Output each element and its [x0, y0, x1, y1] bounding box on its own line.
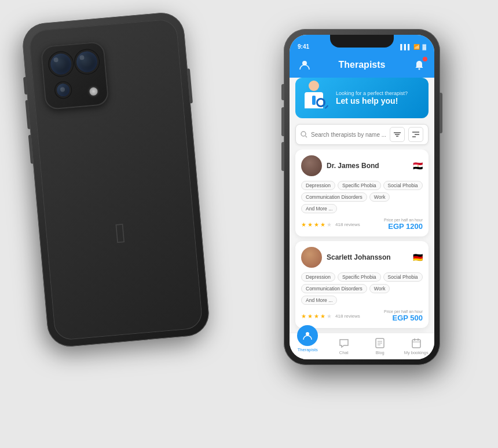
card-footer: ★ ★ ★ ★ ★ 418 reviews Price per half an …	[301, 218, 423, 231]
flash-dot-icon	[89, 87, 98, 96]
price-value: EGP 500	[384, 314, 423, 322]
therapist-flag: 🇪🇬	[412, 162, 423, 170]
svg-point-1	[418, 68, 420, 70]
star-icon: ★	[301, 313, 306, 319]
sort-button[interactable]	[408, 127, 423, 142]
star-half-icon: ★	[327, 313, 332, 319]
therapists-icon	[303, 331, 312, 340]
phone-screen: 9:41 ▌▌▌ 📶 ▓ Therapists	[290, 35, 434, 359]
price-value: EGP 1200	[384, 222, 423, 231]
tag-item: Depression	[301, 272, 335, 282]
banner[interactable]: Looking for a perfect therapist? Let us …	[295, 78, 429, 118]
tag-item: And More ...	[301, 296, 337, 305]
camera-lens-tele	[72, 48, 101, 76]
avatar	[301, 247, 322, 268]
star-icon: ★	[301, 221, 306, 228]
phone-front-volume-up-button	[281, 107, 284, 136]
phone-back: 	[21, 11, 211, 348]
notch	[330, 35, 394, 48]
tag-item: Work	[369, 192, 390, 202]
lens-circle-tele	[75, 50, 98, 73]
star-half-icon: ★	[327, 221, 332, 228]
doctor-head-icon	[309, 81, 319, 91]
lens-circle-ultra	[56, 83, 70, 97]
reviews-count: 418 reviews	[335, 314, 360, 319]
doctor-illustration	[302, 81, 325, 110]
therapist-tags: Depression Specific Phobia Social Phobia…	[301, 272, 423, 305]
reviews-count: 418 reviews	[335, 222, 360, 227]
svg-point-2	[301, 132, 306, 136]
search-bar[interactable]	[295, 124, 429, 145]
phone-back-power-button	[187, 68, 193, 103]
status-icons: ▌▌▌ 📶 ▓	[400, 44, 426, 50]
camera-lens-ultra	[49, 75, 77, 104]
nav-label-therapists: Therapists	[298, 347, 318, 352]
nav-label-blog: Blog	[376, 350, 385, 355]
tag-item: Social Phobia	[383, 272, 423, 282]
bell-icon[interactable]	[412, 58, 426, 72]
price-block: Price per half an hour EGP 500	[384, 309, 423, 322]
star-icon: ★	[314, 221, 319, 228]
battery-icon: ▓	[422, 44, 426, 50]
svg-point-10	[306, 332, 309, 336]
phone-front: 9:41 ▌▌▌ 📶 ▓ Therapists	[284, 29, 440, 365]
therapist-card[interactable]: Dr. James Bond 🇪🇬 Depression Specific Ph…	[295, 150, 429, 236]
nav-item-blog[interactable]: Blog	[362, 337, 398, 355]
phone-back-volume-down-button	[28, 134, 34, 163]
banner-line2: Let us help you!	[336, 96, 422, 105]
star-icon: ★	[314, 313, 319, 319]
bookings-icon	[409, 337, 423, 349]
star-icon: ★	[307, 313, 313, 319]
rating-stars: ★ ★ ★ ★ ★ 418 reviews	[301, 313, 360, 319]
tag-item: Communication Disorders	[301, 192, 367, 202]
svg-rect-15	[412, 340, 420, 348]
search-icon	[301, 131, 307, 138]
notification-badge	[423, 57, 427, 61]
tag-item: Communication Disorders	[301, 284, 367, 293]
search-input[interactable]	[311, 132, 386, 138]
tag-item: Work	[369, 284, 390, 293]
therapists-list: Dr. James Bond 🇪🇬 Depression Specific Ph…	[290, 150, 434, 333]
doctor-tie-icon	[312, 96, 316, 105]
card-footer: ★ ★ ★ ★ ★ 418 reviews Price per half an …	[301, 309, 423, 322]
card-header: Dr. James Bond 🇪🇬	[301, 155, 423, 176]
therapist-name: Scarlett Johansson	[327, 253, 408, 261]
tag-item: Specific Phobia	[338, 181, 381, 190]
phone-back-mute-button	[23, 77, 28, 94]
banner-figure	[302, 81, 331, 115]
lens-circle-main	[49, 53, 72, 75]
tag-item: Social Phobia	[383, 181, 423, 190]
price-block: Price per half an hour EGP 1200	[384, 218, 423, 231]
therapist-tags: Depression Specific Phobia Social Phobia…	[301, 181, 423, 213]
nav-item-chat[interactable]: Chat	[326, 337, 362, 355]
avatar	[301, 155, 322, 176]
profile-icon[interactable]	[298, 58, 312, 72]
signal-icon: ▌▌▌	[400, 44, 411, 50]
banner-line1: Looking for a perfect therapist?	[336, 90, 422, 96]
avatar-face	[301, 155, 322, 176]
blog-icon	[373, 337, 387, 349]
svg-line-3	[306, 136, 307, 138]
bottom-nav: Therapists Chat	[290, 333, 434, 359]
nav-active-bg	[297, 325, 318, 346]
tag-item: Depression	[301, 181, 335, 190]
magnify-icon	[316, 98, 325, 107]
nav-item-bookings[interactable]: My bookings	[398, 337, 435, 355]
tag-item: Specific Phobia	[338, 272, 381, 282]
banner-text: Looking for a perfect therapist? Let us …	[336, 90, 422, 105]
camera-flash	[75, 74, 103, 102]
therapist-name: Dr. James Bond	[327, 162, 408, 170]
status-time: 9:41	[298, 43, 309, 50]
wifi-icon: 📶	[413, 44, 420, 50]
price-label: Price per half an hour	[384, 309, 423, 314]
camera-module	[41, 41, 109, 110]
filter-button[interactable]	[390, 127, 405, 142]
apple-logo-icon: 	[114, 217, 127, 249]
nav-item-therapists[interactable]: Therapists	[290, 336, 326, 352]
app-header: Therapists	[290, 52, 434, 78]
therapist-card[interactable]: Scarlett Johansson 🇩🇪 Depression Specifi…	[295, 241, 429, 328]
phone-front-mute-button	[281, 84, 284, 100]
price-label: Price per half an hour	[384, 218, 423, 222]
camera-lens-main	[46, 50, 75, 78]
card-header: Scarlett Johansson 🇩🇪	[301, 247, 423, 268]
